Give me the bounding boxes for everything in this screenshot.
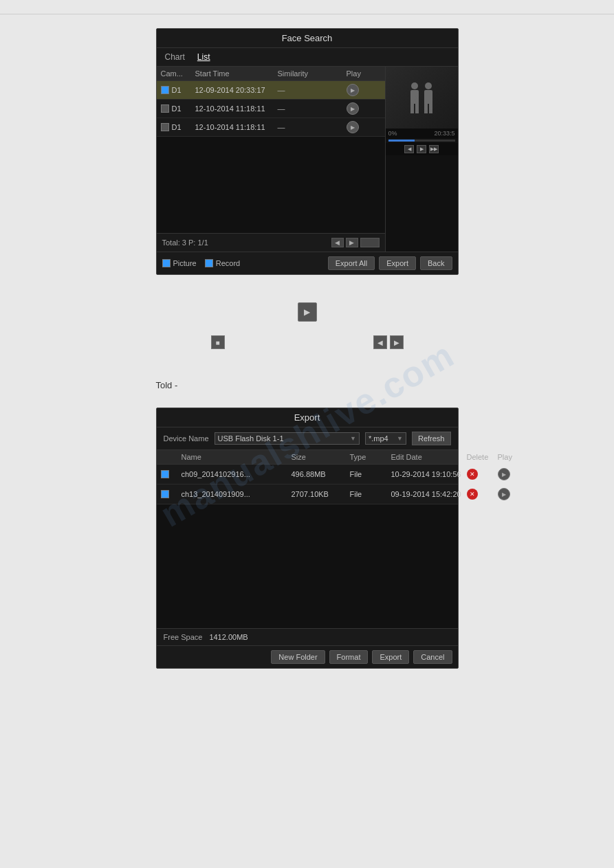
export-row-checkbox[interactable] bbox=[161, 490, 169, 498]
similarity: — bbox=[278, 104, 347, 113]
export-file-size: 2707.10KB bbox=[292, 490, 350, 498]
big-play-button[interactable] bbox=[298, 302, 317, 322]
play-button[interactable] bbox=[347, 84, 359, 96]
person-head bbox=[425, 82, 432, 89]
export-table-header: Name Size Type Edit Date Delete Play bbox=[157, 450, 458, 465]
export-edit-date: 09-19-2014 15:42:20 bbox=[391, 490, 467, 498]
export-confirm-button[interactable]: Export bbox=[372, 650, 409, 664]
nav-prev-button[interactable]: ◀ bbox=[373, 335, 387, 349]
export-table-row[interactable]: ch09_2014102916... 496.88MB File 10-29-2… bbox=[157, 465, 458, 485]
person-body bbox=[424, 90, 432, 104]
person-body bbox=[410, 90, 419, 104]
picture-check-label[interactable]: Picture bbox=[162, 259, 197, 267]
export-file-name: ch09_2014102916... bbox=[182, 470, 292, 478]
device-name-label: Device Name bbox=[164, 434, 209, 443]
delete-icon[interactable]: ✕ bbox=[467, 469, 478, 480]
nav-next-button[interactable]: ▶ bbox=[390, 335, 404, 349]
face-search-empty-area bbox=[157, 137, 385, 233]
face-search-body: Cam... Start Time Similarity Play D1 12-… bbox=[157, 67, 458, 252]
face-search-footer-left: Total: 3 P: 1/1 ◀ ▶ bbox=[157, 233, 385, 252]
tab-list[interactable]: List bbox=[195, 51, 213, 63]
bottom-checkboxes: Picture Record bbox=[162, 259, 241, 267]
similarity: — bbox=[278, 123, 347, 131]
face-search-preview: 0% 20:33:5 ◀ ▶ ▶▶ bbox=[386, 67, 458, 252]
export-panel-title: Export bbox=[157, 408, 458, 427]
told-text: Told - bbox=[156, 380, 178, 390]
person-legs bbox=[424, 104, 432, 113]
record-label: Record bbox=[216, 259, 240, 267]
col-delete: Delete bbox=[467, 453, 498, 461]
start-time: 12-10-2014 11:18:11 bbox=[195, 104, 278, 113]
format-value: *.mp4 bbox=[369, 434, 388, 443]
export-button[interactable]: Export bbox=[379, 256, 416, 270]
col-camera: Cam... bbox=[161, 69, 195, 78]
preview-progress-bar[interactable] bbox=[388, 140, 455, 142]
person-2 bbox=[424, 82, 432, 113]
row-checkbox[interactable] bbox=[161, 104, 169, 113]
similarity: — bbox=[278, 86, 347, 94]
page-next[interactable]: ▶ bbox=[346, 238, 358, 247]
bottom-buttons: Export All Export Back bbox=[328, 256, 452, 270]
row-checkbox[interactable] bbox=[161, 123, 169, 131]
export-device-row: Device Name USB Flash Disk 1-1 ▼ *.mp4 ▼… bbox=[157, 427, 458, 450]
face-search-panel: Face Search Chart List Cam... Start Time… bbox=[156, 28, 459, 275]
camera-cell: D1 bbox=[161, 86, 195, 94]
person-silhouette bbox=[410, 82, 432, 113]
export-row-checkbox[interactable] bbox=[161, 470, 169, 478]
refresh-button[interactable]: Refresh bbox=[412, 432, 451, 445]
preview-controls: ◀ ▶ ▶▶ bbox=[386, 143, 458, 155]
play-button[interactable] bbox=[347, 102, 359, 115]
free-space-label: Free Space bbox=[164, 633, 203, 641]
page-prev[interactable]: ◀ bbox=[331, 238, 344, 247]
cancel-button[interactable]: Cancel bbox=[413, 650, 452, 664]
preview-next-btn[interactable]: ▶▶ bbox=[429, 145, 439, 153]
camera-cell: D1 bbox=[161, 123, 195, 131]
table-row[interactable]: D1 12-10-2014 11:18:11 — bbox=[157, 118, 385, 137]
preview-play-btn[interactable]: ▶ bbox=[417, 145, 426, 153]
export-table-row[interactable]: ch13_2014091909... 2707.10KB File 09-19-… bbox=[157, 485, 458, 504]
back-button[interactable]: Back bbox=[420, 256, 452, 270]
person-legs bbox=[410, 104, 419, 113]
picture-checkbox[interactable] bbox=[162, 259, 171, 267]
stop-button[interactable] bbox=[211, 335, 225, 349]
table-row[interactable]: D1 12-10-2014 11:18:11 — bbox=[157, 100, 385, 118]
page-input[interactable] bbox=[360, 238, 380, 247]
play-button[interactable] bbox=[347, 121, 359, 133]
col-edit-date: Edit Date bbox=[391, 453, 467, 461]
person-leg-right bbox=[415, 104, 419, 113]
new-folder-button[interactable]: New Folder bbox=[271, 650, 325, 664]
export-file-size: 496.88MB bbox=[292, 470, 350, 478]
col-type: Type bbox=[350, 453, 391, 461]
record-check-label[interactable]: Record bbox=[205, 259, 240, 267]
export-panel: Export Device Name USB Flash Disk 1-1 ▼ … bbox=[156, 408, 459, 669]
col-similarity: Similarity bbox=[278, 69, 347, 78]
timecode-end: 20:33:5 bbox=[434, 130, 454, 137]
face-search-tabs: Chart List bbox=[157, 48, 458, 67]
col-size: Size bbox=[292, 453, 350, 461]
row-checkbox[interactable] bbox=[161, 86, 169, 94]
tab-chart[interactable]: Chart bbox=[162, 51, 188, 63]
play-button-row bbox=[156, 302, 459, 322]
device-select[interactable]: USB Flash Disk 1-1 ▼ bbox=[215, 432, 360, 445]
record-checkbox[interactable] bbox=[205, 259, 213, 267]
person-leg-left bbox=[410, 104, 414, 113]
export-file-type: File bbox=[350, 490, 391, 498]
export-edit-date: 10-29-2014 19:10:56 bbox=[391, 470, 467, 478]
picture-label: Picture bbox=[173, 259, 197, 267]
delete-icon[interactable]: ✕ bbox=[467, 489, 478, 500]
middle-section: ◀ ▶ bbox=[156, 296, 459, 356]
export-play-button[interactable] bbox=[498, 468, 510, 480]
export-play-button[interactable] bbox=[498, 488, 510, 500]
person-head bbox=[411, 82, 418, 89]
preview-timecode: 0% 20:33:5 bbox=[386, 129, 458, 138]
export-empty-area bbox=[157, 504, 458, 628]
start-time: 12-09-2014 20:33:17 bbox=[195, 86, 278, 94]
format-select[interactable]: *.mp4 ▼ bbox=[365, 432, 406, 445]
table-row[interactable]: D1 12-09-2014 20:33:17 — bbox=[157, 81, 385, 100]
pagination-controls: ◀ ▶ bbox=[331, 238, 380, 247]
col-name: Name bbox=[182, 453, 292, 461]
device-name-value: USB Flash Disk 1-1 bbox=[218, 434, 284, 443]
preview-prev-btn[interactable]: ◀ bbox=[404, 145, 414, 153]
format-button[interactable]: Format bbox=[329, 650, 369, 664]
export-all-button[interactable]: Export All bbox=[328, 256, 375, 270]
